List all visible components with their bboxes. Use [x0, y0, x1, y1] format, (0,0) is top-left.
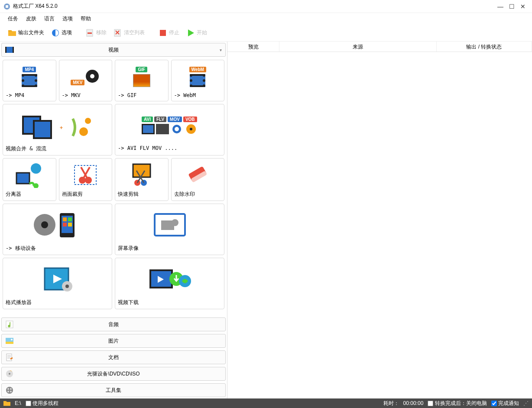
- svg-rect-1: [6, 5, 8, 8]
- collapse-icon: ▾: [220, 48, 222, 52]
- crop-icon: [70, 162, 101, 188]
- menu-help[interactable]: 帮助: [81, 15, 91, 23]
- notify-option[interactable]: 完成通知: [491, 400, 519, 407]
- maximize-button[interactable]: ☐: [506, 3, 517, 10]
- screenrec-icon: [148, 210, 191, 240]
- category-image[interactable]: 图片: [1, 334, 226, 348]
- resize-grip[interactable]: ⋰: [523, 400, 529, 406]
- col-source[interactable]: 来源: [279, 42, 437, 52]
- task-list-empty: [227, 52, 532, 398]
- task-list-header: 预览 来源 输出 / 转换状态: [227, 42, 532, 52]
- tile-gif[interactable]: GIF -> GIF: [115, 60, 169, 101]
- after-convert-checkbox[interactable]: [428, 401, 433, 406]
- tile-mp4[interactable]: MP4 -> MP4: [3, 60, 56, 101]
- col-preview[interactable]: 预览: [227, 42, 279, 52]
- gif-badge: GIF: [136, 67, 147, 72]
- svg-rect-39: [68, 223, 72, 227]
- menu-option[interactable]: 选项: [62, 15, 73, 23]
- tile-mobile-device[interactable]: -> 移动设备: [3, 204, 112, 255]
- disc-icon: [84, 68, 100, 84]
- stop-button[interactable]: 停止: [156, 28, 182, 38]
- category-video-label: 视频: [2, 46, 225, 54]
- app-icon: [3, 3, 10, 10]
- download-icon: [144, 264, 196, 294]
- right-panel: 预览 来源 输出 / 转换状态: [227, 42, 532, 398]
- tile-screen-record[interactable]: 屏幕录像: [115, 204, 224, 255]
- clear-icon: [114, 29, 122, 37]
- after-convert-option[interactable]: 转换完成后：关闭电脑: [428, 400, 487, 407]
- title-bar: 格式工厂 X64 5.2.0 — ☐ ✕: [0, 0, 532, 13]
- menu-skin[interactable]: 皮肤: [26, 15, 36, 23]
- quicktime-icon: [170, 124, 183, 134]
- tile-mkv[interactable]: MKV -> MKV: [59, 60, 113, 101]
- multithread-checkbox[interactable]: [26, 401, 31, 406]
- reel-icon: [185, 124, 198, 134]
- svg-rect-13: [34, 121, 51, 138]
- options-button[interactable]: 选项: [49, 28, 75, 38]
- status-bar: E:\ 使用多线程 耗时：00:00:00 转换完成后：关闭电脑 完成通知 ⋰: [0, 398, 532, 408]
- category-rom[interactable]: 光驱设备\DVD\CD\ISO: [1, 367, 226, 381]
- svg-point-45: [65, 285, 69, 288]
- player-icon: [36, 264, 79, 294]
- category-video[interactable]: 视频 ▾: [1, 43, 226, 57]
- merge-icon: +: [19, 110, 97, 140]
- svg-rect-38: [63, 223, 67, 227]
- window-title: 格式工厂 X64 5.2.0: [13, 3, 495, 10]
- mkv-badge: MKV: [71, 80, 84, 85]
- svg-rect-6: [160, 30, 166, 36]
- svg-rect-4: [88, 32, 92, 34]
- svg-point-33: [41, 221, 48, 228]
- output-drive[interactable]: E:\: [15, 400, 21, 406]
- svg-rect-21: [16, 173, 29, 184]
- tile-video-download[interactable]: 视频下载: [115, 258, 224, 309]
- category-document[interactable]: 文档: [1, 350, 226, 364]
- svg-rect-37: [68, 217, 72, 221]
- category-audio[interactable]: 音频: [1, 317, 226, 331]
- stop-icon: [159, 29, 167, 37]
- svg-rect-36: [63, 217, 67, 221]
- svg-point-11: [90, 74, 94, 78]
- tile-avi-flv-mov[interactable]: AVI FLV MOV VOB -> AVI FLV MOV ....: [115, 104, 224, 155]
- clear-list-button[interactable]: 清空列表: [111, 28, 147, 38]
- menu-language[interactable]: 语言: [44, 15, 55, 23]
- folder-icon: [8, 29, 16, 37]
- svg-text:+: +: [60, 125, 63, 131]
- options-icon: [51, 29, 60, 37]
- svg-point-42: [172, 219, 178, 226]
- menu-task[interactable]: 任务: [8, 15, 18, 23]
- elapsed-label: 耗时：: [383, 400, 399, 407]
- play-icon: [186, 29, 195, 37]
- tile-format-player[interactable]: 格式播放器: [3, 258, 112, 309]
- eraser-icon: [185, 162, 211, 188]
- start-button[interactable]: 开始: [184, 28, 210, 38]
- tile-remove-watermark[interactable]: 去除水印: [171, 158, 225, 201]
- elapsed-time: 00:00:00: [403, 400, 424, 406]
- folder-status-icon: [3, 400, 10, 406]
- mobile-icon: [27, 210, 88, 240]
- output-folder-button[interactable]: 输出文件夹: [5, 28, 47, 38]
- svg-point-20: [190, 128, 192, 130]
- mp4-badge: MP4: [23, 67, 36, 72]
- notify-checkbox[interactable]: [491, 401, 497, 406]
- svg-point-22: [31, 163, 41, 174]
- close-button[interactable]: ✕: [517, 3, 529, 10]
- tile-crop[interactable]: 画面裁剪: [59, 158, 113, 201]
- splitter-icon: [14, 162, 45, 188]
- toolbar: 输出文件夹 选项 移除 清空列表 停止 开始: [0, 24, 532, 42]
- col-output[interactable]: 输出 / 转换状态: [437, 42, 532, 52]
- tile-splitter[interactable]: 分离器: [3, 158, 56, 201]
- remove-icon: [86, 29, 94, 37]
- quickcut-icon: [127, 162, 157, 188]
- tile-merge[interactable]: + 视频合并 & 混流: [3, 104, 112, 155]
- menu-bar: 任务 皮肤 语言 选项 帮助: [0, 13, 532, 24]
- multithread-option[interactable]: 使用多线程: [26, 400, 58, 407]
- tile-quick-cut[interactable]: 快速剪辑: [115, 158, 169, 201]
- category-tools[interactable]: 工具集: [1, 383, 226, 397]
- left-panel: 视频 ▾ MP4 -> MP4 MKV -> MKV GIF -> GIF: [0, 42, 227, 398]
- webm-badge: WebM: [189, 67, 206, 72]
- svg-point-15: [79, 127, 88, 136]
- svg-point-16: [85, 118, 91, 124]
- tile-webm[interactable]: WebM -> WebM: [171, 60, 225, 101]
- minimize-button[interactable]: —: [495, 3, 506, 10]
- remove-button[interactable]: 移除: [83, 28, 109, 38]
